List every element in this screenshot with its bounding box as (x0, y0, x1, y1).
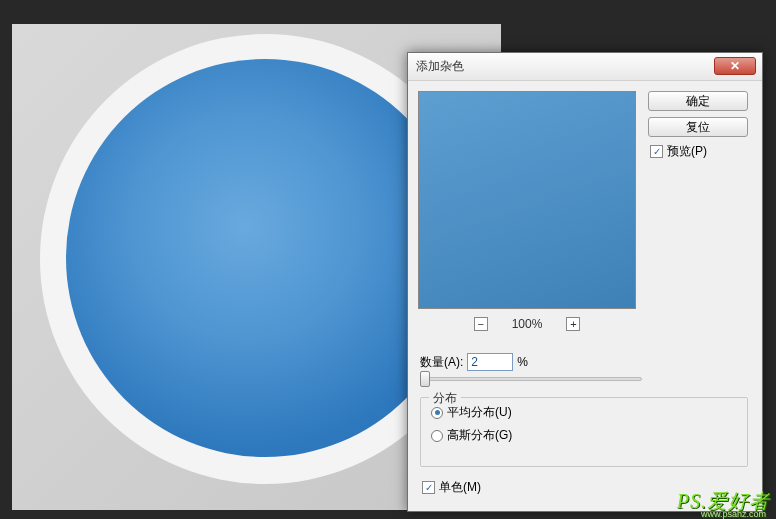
zoom-value: 100% (512, 317, 543, 331)
zoom-controls: − 100% + (418, 317, 636, 331)
distribution-title: 分布 (429, 390, 461, 407)
zoom-in-button[interactable]: + (566, 317, 580, 331)
close-button[interactable]: ✕ (714, 57, 756, 75)
watermark-url: www.psahz.com (701, 509, 766, 519)
amount-unit: % (517, 355, 528, 369)
reset-button[interactable]: 复位 (648, 117, 748, 137)
minus-icon: − (477, 319, 483, 330)
amount-row: 数量(A): % (420, 353, 528, 371)
amount-slider-track[interactable] (420, 377, 642, 381)
plus-icon: + (570, 319, 576, 330)
gaussian-radio-row[interactable]: 高斯分布(G) (431, 427, 737, 444)
uniform-radio-row[interactable]: 平均分布(U) (431, 404, 737, 421)
amount-slider-thumb[interactable] (420, 371, 430, 387)
ok-button[interactable]: 确定 (648, 91, 748, 111)
close-icon: ✕ (730, 59, 740, 73)
preview-label: 预览(P) (667, 143, 707, 160)
preview-checkbox-row[interactable]: ✓ 预览(P) (650, 143, 752, 160)
noise-preview[interactable] (418, 91, 636, 309)
gaussian-radio[interactable] (431, 430, 443, 442)
uniform-radio[interactable] (431, 407, 443, 419)
gaussian-label: 高斯分布(G) (447, 427, 512, 444)
amount-input[interactable] (467, 353, 513, 371)
dialog-body: − 100% + 确定 复位 ✓ 预览(P) 数量(A): % 分布 平均分布(… (408, 81, 762, 511)
monochrome-label: 单色(M) (439, 479, 481, 496)
amount-label: 数量(A): (420, 354, 463, 371)
zoom-out-button[interactable]: − (474, 317, 488, 331)
preview-checkbox[interactable]: ✓ (650, 145, 663, 158)
distribution-group: 分布 平均分布(U) 高斯分布(G) (420, 397, 748, 467)
add-noise-dialog: 添加杂色 ✕ − 100% + 确定 复位 ✓ 预览(P) 数量(A): % (407, 52, 763, 512)
dialog-title: 添加杂色 (416, 58, 464, 75)
dialog-titlebar[interactable]: 添加杂色 ✕ (408, 53, 762, 81)
dialog-right-controls: 确定 复位 ✓ 预览(P) (648, 91, 752, 160)
monochrome-checkbox[interactable]: ✓ (422, 481, 435, 494)
radio-dot-icon (435, 410, 440, 415)
blue-circle-shape (66, 59, 464, 457)
monochrome-row[interactable]: ✓ 单色(M) (422, 479, 481, 496)
